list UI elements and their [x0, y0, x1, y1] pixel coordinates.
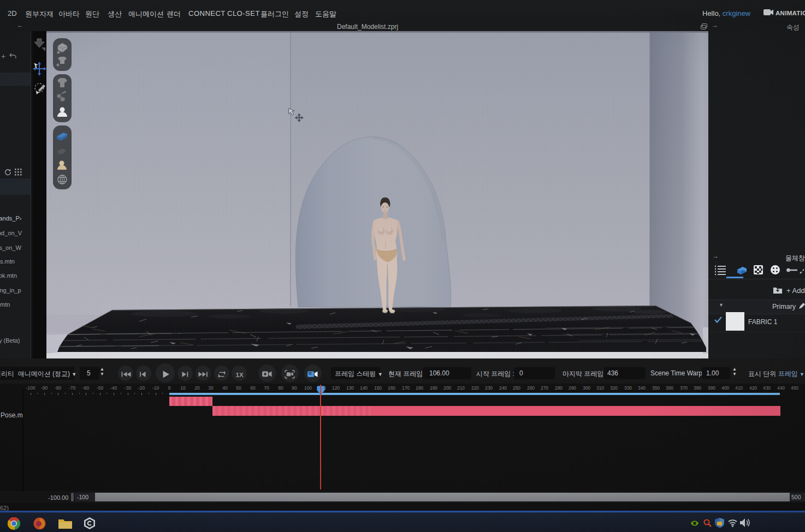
svg-text:1X: 1X [236, 372, 244, 378]
